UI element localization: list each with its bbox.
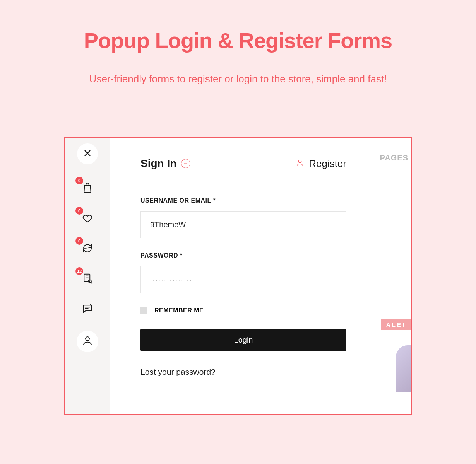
sidebar-wishlist[interactable]: 0	[79, 210, 96, 228]
sidebar-orders[interactable]: 12	[79, 270, 96, 288]
nav-pages-link[interactable]: PAGES	[380, 154, 408, 162]
password-input[interactable]	[140, 266, 346, 293]
close-button[interactable]	[77, 143, 98, 164]
username-input[interactable]	[140, 211, 346, 238]
register-label-text: Register	[309, 158, 346, 170]
wishlist-badge: 0	[75, 207, 83, 215]
panel-tabs: Sign In Register	[140, 157, 346, 177]
checkbox-icon[interactable]	[140, 307, 147, 314]
signin-label-text: Sign In	[140, 157, 176, 170]
svg-line-6	[91, 282, 92, 284]
page-title: Popup Login & Register Forms	[0, 0, 476, 53]
order-search-icon	[82, 273, 93, 286]
password-label: PASSWORD *	[140, 252, 346, 259]
tab-register[interactable]: Register	[296, 158, 346, 170]
remember-me[interactable]: REMEMBER ME	[140, 307, 346, 314]
heart-icon	[82, 212, 93, 225]
remember-label-text: REMEMBER ME	[154, 307, 204, 314]
cart-badge: 0	[75, 177, 83, 184]
product-image-fragment	[396, 345, 411, 392]
login-button[interactable]: Login	[140, 329, 346, 351]
arrow-right-circle-icon	[181, 159, 190, 168]
background-content: PAGES ALE!	[377, 138, 411, 414]
page-subtitle: User-friendly forms to register or login…	[0, 73, 476, 85]
close-icon	[83, 149, 92, 159]
compare-badge: 0	[75, 237, 83, 245]
sidebar-cart[interactable]: 0	[79, 180, 96, 198]
refresh-icon	[82, 242, 93, 256]
preview-frame: PAGES ALE! 0 0 0 12	[64, 137, 412, 415]
sidebar-reviews[interactable]	[79, 300, 96, 318]
user-icon	[82, 335, 93, 348]
sale-badge: ALE!	[381, 319, 411, 330]
username-label: USERNAME OR EMAIL *	[140, 197, 346, 204]
sidebar-account[interactable]	[77, 331, 98, 352]
bag-icon	[82, 182, 93, 195]
user-outline-icon	[296, 158, 304, 170]
review-icon	[82, 303, 93, 316]
sidebar-compare[interactable]: 0	[79, 240, 96, 258]
tab-signin[interactable]: Sign In	[140, 157, 190, 170]
lost-password-link[interactable]: Lost your password?	[140, 367, 346, 377]
login-panel: Sign In Register USERNAME OR EMAIL * PAS…	[110, 138, 377, 414]
svg-point-9	[86, 337, 89, 341]
svg-point-11	[299, 160, 301, 162]
sidebar: 0 0 0 12	[65, 138, 110, 414]
